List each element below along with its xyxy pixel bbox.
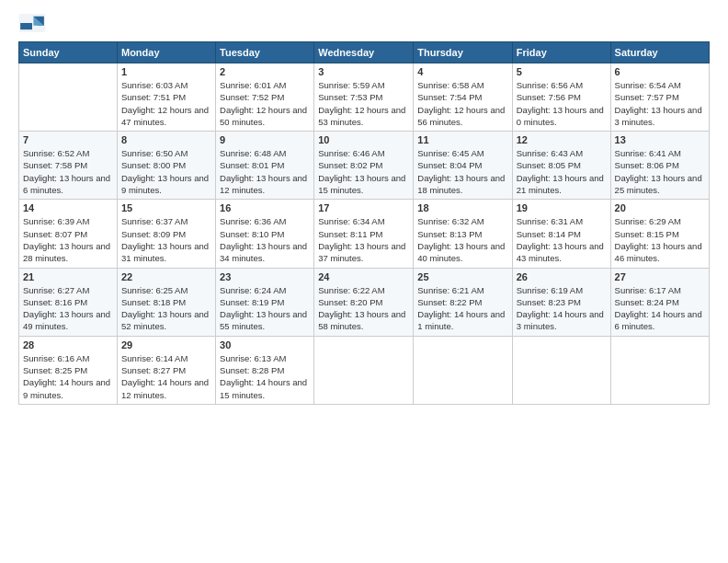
calendar-day-cell: 2Sunrise: 6:01 AMSunset: 7:52 PMDaylight… bbox=[216, 63, 314, 132]
calendar-day-cell: 1Sunrise: 6:03 AMSunset: 7:51 PMDaylight… bbox=[117, 63, 215, 132]
calendar-day-cell: 15Sunrise: 6:37 AMSunset: 8:09 PMDayligh… bbox=[117, 200, 215, 268]
day-info: Sunrise: 6:46 AMSunset: 8:02 PMDaylight:… bbox=[318, 147, 409, 196]
day-info: Sunrise: 6:39 AMSunset: 8:07 PMDaylight:… bbox=[23, 215, 113, 264]
day-number: 4 bbox=[417, 66, 507, 77]
day-of-week-header: Saturday bbox=[610, 42, 709, 63]
day-number: 7 bbox=[23, 134, 113, 145]
day-number: 5 bbox=[517, 66, 607, 77]
calendar-day-cell: 25Sunrise: 6:21 AMSunset: 8:22 PMDayligh… bbox=[414, 268, 512, 336]
calendar-day-cell: 19Sunrise: 6:31 AMSunset: 8:14 PMDayligh… bbox=[512, 200, 610, 268]
day-number: 17 bbox=[318, 202, 409, 213]
day-info: Sunrise: 6:16 AMSunset: 8:25 PMDaylight:… bbox=[23, 352, 113, 401]
calendar-header-row: SundayMondayTuesdayWednesdayThursdayFrid… bbox=[19, 42, 710, 63]
day-number: 11 bbox=[417, 134, 507, 145]
day-of-week-header: Friday bbox=[512, 42, 610, 63]
day-info: Sunrise: 6:36 AMSunset: 8:10 PMDaylight:… bbox=[220, 215, 310, 264]
day-info: Sunrise: 6:56 AMSunset: 7:56 PMDaylight:… bbox=[517, 79, 607, 128]
day-number: 21 bbox=[23, 271, 113, 282]
day-info: Sunrise: 6:45 AMSunset: 8:04 PMDaylight:… bbox=[417, 147, 507, 196]
day-number: 27 bbox=[615, 271, 705, 282]
day-number: 23 bbox=[220, 271, 310, 282]
calendar-day-cell bbox=[314, 336, 414, 404]
calendar-day-cell bbox=[610, 336, 709, 404]
day-of-week-header: Sunday bbox=[19, 42, 118, 63]
calendar-day-cell: 14Sunrise: 6:39 AMSunset: 8:07 PMDayligh… bbox=[19, 200, 118, 268]
day-number: 12 bbox=[517, 134, 607, 145]
day-info: Sunrise: 6:27 AMSunset: 8:16 PMDaylight:… bbox=[23, 284, 113, 333]
day-info: Sunrise: 6:19 AMSunset: 8:23 PMDaylight:… bbox=[517, 284, 607, 333]
calendar-day-cell: 7Sunrise: 6:52 AMSunset: 7:58 PMDaylight… bbox=[19, 132, 118, 200]
day-number: 20 bbox=[615, 202, 705, 213]
day-info: Sunrise: 6:50 AMSunset: 8:00 PMDaylight:… bbox=[121, 147, 211, 196]
page-header bbox=[18, 14, 710, 32]
day-number: 30 bbox=[220, 339, 310, 350]
day-number: 6 bbox=[615, 66, 705, 77]
day-of-week-header: Tuesday bbox=[216, 42, 314, 63]
day-info: Sunrise: 6:43 AMSunset: 8:05 PMDaylight:… bbox=[517, 147, 607, 196]
day-info: Sunrise: 6:01 AMSunset: 7:52 PMDaylight:… bbox=[220, 79, 310, 128]
day-info: Sunrise: 6:17 AMSunset: 8:24 PMDaylight:… bbox=[615, 284, 705, 333]
calendar-week-row: 21Sunrise: 6:27 AMSunset: 8:16 PMDayligh… bbox=[19, 268, 710, 336]
calendar-day-cell: 10Sunrise: 6:46 AMSunset: 8:02 PMDayligh… bbox=[314, 132, 414, 200]
svg-rect-3 bbox=[20, 23, 32, 29]
day-number: 14 bbox=[23, 202, 113, 213]
day-info: Sunrise: 6:29 AMSunset: 8:15 PMDaylight:… bbox=[615, 215, 705, 264]
calendar-day-cell bbox=[414, 336, 512, 404]
calendar-day-cell: 9Sunrise: 6:48 AMSunset: 8:01 PMDaylight… bbox=[216, 132, 314, 200]
day-info: Sunrise: 6:13 AMSunset: 8:28 PMDaylight:… bbox=[220, 352, 310, 401]
day-info: Sunrise: 6:54 AMSunset: 7:57 PMDaylight:… bbox=[615, 79, 705, 128]
calendar-day-cell: 11Sunrise: 6:45 AMSunset: 8:04 PMDayligh… bbox=[414, 132, 512, 200]
calendar-day-cell: 29Sunrise: 6:14 AMSunset: 8:27 PMDayligh… bbox=[117, 336, 215, 404]
day-of-week-header: Monday bbox=[117, 42, 215, 63]
day-info: Sunrise: 6:22 AMSunset: 8:20 PMDaylight:… bbox=[318, 284, 409, 333]
calendar-week-row: 1Sunrise: 6:03 AMSunset: 7:51 PMDaylight… bbox=[19, 63, 710, 132]
day-of-week-header: Thursday bbox=[414, 42, 512, 63]
calendar-week-row: 7Sunrise: 6:52 AMSunset: 7:58 PMDaylight… bbox=[19, 132, 710, 200]
day-info: Sunrise: 6:14 AMSunset: 8:27 PMDaylight:… bbox=[121, 352, 211, 401]
page-container: SundayMondayTuesdayWednesdayThursdayFrid… bbox=[0, 0, 728, 414]
day-info: Sunrise: 6:25 AMSunset: 8:18 PMDaylight:… bbox=[121, 284, 211, 333]
calendar-day-cell: 27Sunrise: 6:17 AMSunset: 8:24 PMDayligh… bbox=[610, 268, 709, 336]
logo-icon bbox=[18, 14, 46, 32]
calendar-day-cell: 18Sunrise: 6:32 AMSunset: 8:13 PMDayligh… bbox=[414, 200, 512, 268]
day-number: 22 bbox=[121, 271, 211, 282]
calendar-day-cell: 8Sunrise: 6:50 AMSunset: 8:00 PMDaylight… bbox=[117, 132, 215, 200]
calendar-day-cell bbox=[512, 336, 610, 404]
day-info: Sunrise: 6:24 AMSunset: 8:19 PMDaylight:… bbox=[220, 284, 310, 333]
day-number: 28 bbox=[23, 339, 113, 350]
calendar-week-row: 14Sunrise: 6:39 AMSunset: 8:07 PMDayligh… bbox=[19, 200, 710, 268]
day-info: Sunrise: 6:34 AMSunset: 8:11 PMDaylight:… bbox=[318, 215, 409, 264]
day-number: 2 bbox=[220, 66, 310, 77]
day-number: 9 bbox=[220, 134, 310, 145]
calendar-day-cell: 26Sunrise: 6:19 AMSunset: 8:23 PMDayligh… bbox=[512, 268, 610, 336]
day-of-week-header: Wednesday bbox=[314, 42, 414, 63]
day-number: 16 bbox=[220, 202, 310, 213]
day-number: 8 bbox=[121, 134, 211, 145]
day-info: Sunrise: 6:37 AMSunset: 8:09 PMDaylight:… bbox=[121, 215, 211, 264]
logo bbox=[18, 14, 50, 32]
day-number: 26 bbox=[517, 271, 607, 282]
calendar-week-row: 28Sunrise: 6:16 AMSunset: 8:25 PMDayligh… bbox=[19, 336, 710, 404]
calendar-day-cell bbox=[19, 63, 118, 132]
calendar-day-cell: 12Sunrise: 6:43 AMSunset: 8:05 PMDayligh… bbox=[512, 132, 610, 200]
day-info: Sunrise: 6:31 AMSunset: 8:14 PMDaylight:… bbox=[517, 215, 607, 264]
calendar-day-cell: 16Sunrise: 6:36 AMSunset: 8:10 PMDayligh… bbox=[216, 200, 314, 268]
day-number: 25 bbox=[417, 271, 507, 282]
day-info: Sunrise: 5:59 AMSunset: 7:53 PMDaylight:… bbox=[318, 79, 409, 128]
calendar-day-cell: 4Sunrise: 6:58 AMSunset: 7:54 PMDaylight… bbox=[414, 63, 512, 132]
day-number: 18 bbox=[417, 202, 507, 213]
day-number: 19 bbox=[517, 202, 607, 213]
day-info: Sunrise: 6:32 AMSunset: 8:13 PMDaylight:… bbox=[417, 215, 507, 264]
calendar-table: SundayMondayTuesdayWednesdayThursdayFrid… bbox=[18, 41, 710, 405]
calendar-day-cell: 21Sunrise: 6:27 AMSunset: 8:16 PMDayligh… bbox=[19, 268, 118, 336]
day-number: 10 bbox=[318, 134, 409, 145]
calendar-day-cell: 30Sunrise: 6:13 AMSunset: 8:28 PMDayligh… bbox=[216, 336, 314, 404]
day-number: 13 bbox=[615, 134, 705, 145]
day-info: Sunrise: 6:03 AMSunset: 7:51 PMDaylight:… bbox=[121, 79, 211, 128]
day-number: 15 bbox=[121, 202, 211, 213]
calendar-day-cell: 6Sunrise: 6:54 AMSunset: 7:57 PMDaylight… bbox=[610, 63, 709, 132]
day-number: 3 bbox=[318, 66, 409, 77]
day-info: Sunrise: 6:58 AMSunset: 7:54 PMDaylight:… bbox=[417, 79, 507, 128]
calendar-day-cell: 3Sunrise: 5:59 AMSunset: 7:53 PMDaylight… bbox=[314, 63, 414, 132]
day-number: 1 bbox=[121, 66, 211, 77]
